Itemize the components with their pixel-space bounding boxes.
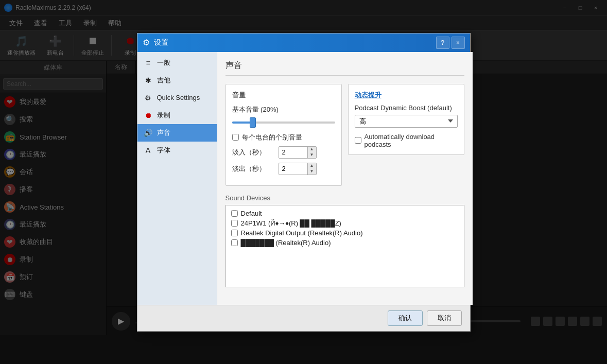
boost-dropdown[interactable]: 高 中 低 关闭 <box>355 115 458 128</box>
fade-out-input[interactable] <box>279 164 307 174</box>
sound-device-default: Default <box>229 209 461 218</box>
modal-body: ≡ 一般 ✱ 吉他 ⚙ Quick Settings ⏺ 录制 🔊 声音 <box>137 52 470 305</box>
record-nav-icon: ⏺ <box>144 111 153 120</box>
modal-settings-icon: ⚙ <box>143 38 150 47</box>
font-nav-label: 字体 <box>157 146 170 155</box>
sound-device-realtek-audio-checkbox[interactable] <box>231 239 238 246</box>
fade-out-spinner: ▲ ▼ <box>279 163 317 175</box>
modal-title-label: 设置 <box>154 38 168 47</box>
modal-content-area: 声音 音量 基本音量 (20%) <box>217 52 473 305</box>
modal-nav-general[interactable]: ≡ 一般 <box>137 54 217 72</box>
confirm-button[interactable]: 确认 <box>388 310 423 326</box>
quick-settings-nav-icon: ⚙ <box>144 93 153 102</box>
volume-label: 基本音量 (20%) <box>232 105 335 114</box>
general-nav-icon: ≡ <box>144 58 153 67</box>
fade-in-row: 淡入（秒） ▲ ▼ <box>232 146 335 159</box>
modal-content-title: 声音 <box>226 60 464 76</box>
download-label: Automatically download podcasts <box>365 133 458 148</box>
fade-out-up[interactable]: ▲ <box>308 163 316 169</box>
volume-section: 音量 基本音量 (20%) 每个电台的个别音量 <box>226 84 342 186</box>
per-station-label: 每个电台的个别音量 <box>242 133 302 142</box>
modal-nav-sound[interactable]: 🔊 声音 <box>137 124 217 142</box>
per-station-checkbox[interactable] <box>232 134 239 141</box>
record-nav-label: 录制 <box>157 111 170 120</box>
download-checkbox[interactable] <box>355 137 361 144</box>
quick-settings-nav-label: Quick Settings <box>157 94 200 101</box>
sound-device-realtek-digital-checkbox[interactable] <box>231 230 238 236</box>
dynamic-column: 动态提升 Podcast Dynamic Boost (default) 高 中… <box>348 84 464 192</box>
sound-device-24p1w1-label: 24P1W1 (Й♦→♦(R) ██ █████Z) <box>241 219 341 227</box>
cancel-button[interactable]: 取消 <box>427 310 462 326</box>
modal-two-columns: 音量 基本音量 (20%) 每个电台的个别音量 <box>226 84 464 192</box>
modal-nav-quick-settings[interactable]: ⚙ Quick Settings <box>137 89 217 107</box>
modal-title-text: ⚙ 设置 <box>143 38 168 47</box>
modal-nav: ≡ 一般 ✱ 吉他 ⚙ Quick Settings ⏺ 录制 🔊 声音 <box>137 52 217 305</box>
per-station-checkbox-row: 每个电台的个别音量 <box>232 133 335 142</box>
boost-label: Podcast Dynamic Boost (default) <box>355 104 458 112</box>
sound-device-24p1w1: 24P1W1 (Й♦→♦(R) ██ █████Z) <box>229 218 461 228</box>
sound-nav-icon: 🔊 <box>144 128 153 137</box>
fade-in-input[interactable] <box>279 147 307 157</box>
modal-title-bar: ⚙ 设置 ? × <box>137 33 470 52</box>
sound-device-default-checkbox[interactable] <box>231 210 238 217</box>
sound-devices-list: Default 24P1W1 (Й♦→♦(R) ██ █████Z) Realt… <box>226 205 464 287</box>
sound-devices-section: Sound Devices Default 24P1W1 (Й♦→♦(R) ██… <box>226 194 464 287</box>
modal-overlay: ⚙ 设置 ? × ≡ 一般 ✱ 吉他 ⚙ <box>0 0 607 364</box>
modal-help-button[interactable]: ? <box>436 37 449 49</box>
sound-device-realtek-digital-label: Realtek Digital Output (Realtek(R) Audio… <box>241 229 363 237</box>
fade-in-up[interactable]: ▲ <box>308 147 316 152</box>
fade-in-label: 淡入（秒） <box>232 148 273 157</box>
modal-nav-record[interactable]: ⏺ 录制 <box>137 107 217 124</box>
modal-nav-font[interactable]: A 字体 <box>137 142 217 159</box>
sound-device-realtek-digital: Realtek Digital Output (Realtek(R) Audio… <box>229 228 461 238</box>
sound-device-24p1w1-checkbox[interactable] <box>231 220 238 227</box>
general-nav-label: 一般 <box>157 58 170 67</box>
volume-section-title: 音量 <box>232 91 335 100</box>
guitar-nav-label: 吉他 <box>157 76 170 85</box>
volume-slider-track[interactable] <box>232 122 335 124</box>
modal-footer: 确认 取消 <box>137 305 470 331</box>
fade-in-down[interactable]: ▼ <box>308 152 316 158</box>
sound-device-realtek-audio-label: ███████ (Realtek(R) Audio) <box>241 239 331 247</box>
download-checkbox-row: Automatically download podcasts <box>355 133 458 148</box>
sound-device-default-label: Default <box>241 210 262 217</box>
fade-out-down[interactable]: ▼ <box>308 169 316 175</box>
dynamic-section: 动态提升 Podcast Dynamic Boost (default) 高 中… <box>348 84 464 155</box>
fade-in-spinner: ▲ ▼ <box>279 146 317 159</box>
modal-title-controls: ? × <box>436 37 465 49</box>
font-nav-icon: A <box>144 146 153 155</box>
guitar-nav-icon: ✱ <box>144 76 153 85</box>
fade-out-label: 淡出（秒） <box>232 164 273 174</box>
sound-devices-title: Sound Devices <box>226 194 464 202</box>
fade-out-arrows: ▲ ▼ <box>307 163 316 175</box>
fade-in-arrows: ▲ ▼ <box>307 147 316 158</box>
volume-slider-container <box>232 117 335 128</box>
modal-nav-guitar[interactable]: ✱ 吉他 <box>137 72 217 89</box>
volume-column: 音量 基本音量 (20%) 每个电台的个别音量 <box>226 84 342 192</box>
sound-nav-label: 声音 <box>157 128 170 137</box>
modal-close-button[interactable]: × <box>452 37 465 49</box>
dynamic-title[interactable]: 动态提升 <box>355 91 458 100</box>
volume-slider-thumb[interactable] <box>250 117 256 128</box>
fade-out-row: 淡出（秒） ▲ ▼ <box>232 163 335 175</box>
sound-device-realtek-audio: ███████ (Realtek(R) Audio) <box>229 238 461 248</box>
settings-modal: ⚙ 设置 ? × ≡ 一般 ✱ 吉他 ⚙ <box>137 33 471 332</box>
